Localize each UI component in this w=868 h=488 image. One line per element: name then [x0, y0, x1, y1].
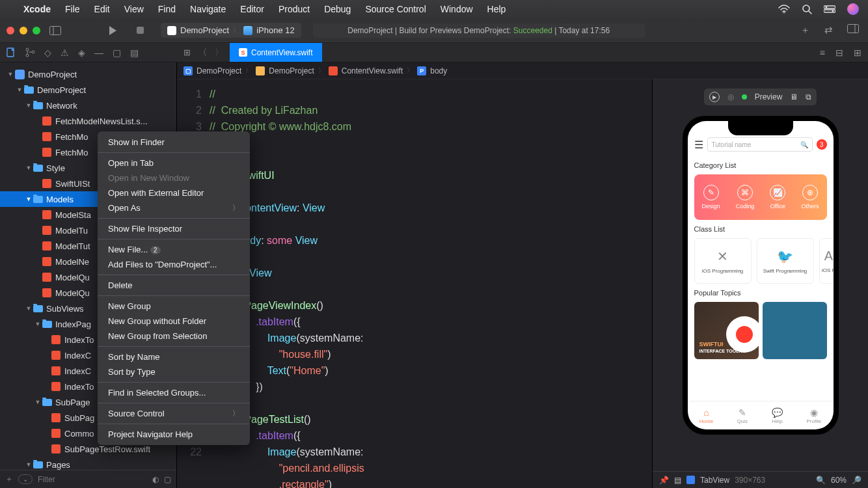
- editor-options-icon[interactable]: ≡: [820, 47, 825, 58]
- menu-navigator-help[interactable]: Project Navigator Help: [98, 427, 250, 442]
- category-card[interactable]: ✎Design ⌘Coding 📈Office ⊕Others: [694, 174, 827, 220]
- menu-new-file[interactable]: New File... 2: [98, 242, 250, 257]
- add-editor-icon[interactable]: ⊞: [854, 47, 861, 58]
- tab-home[interactable]: ⌂Home: [699, 407, 713, 424]
- menu-navigate[interactable]: Navigate: [190, 4, 226, 14]
- tree-group[interactable]: ▼DemoProject: [0, 82, 176, 98]
- menu-edit[interactable]: Edit: [94, 4, 110, 14]
- menu-product[interactable]: Product: [278, 4, 310, 14]
- menu-show-in-finder[interactable]: Show in Finder: [98, 135, 250, 150]
- debug-nav-icon[interactable]: —: [94, 47, 103, 58]
- class-card[interactable]: 🐦Swift Programming: [757, 238, 814, 284]
- code-review-icon[interactable]: ⇄: [824, 24, 833, 36]
- test-nav-icon[interactable]: ◈: [78, 47, 85, 58]
- menu-open-in-tab[interactable]: Open in Tab: [98, 156, 250, 170]
- menu-help[interactable]: Help: [487, 4, 506, 14]
- zoom-button[interactable]: [33, 27, 40, 34]
- svg-point-12: [26, 48, 29, 51]
- zoom-level[interactable]: 60%: [831, 476, 847, 485]
- device-icon[interactable]: 🖥: [790, 92, 798, 102]
- topic-card[interactable]: [763, 302, 827, 359]
- duplicate-icon[interactable]: ⧉: [806, 92, 811, 102]
- close-button[interactable]: [7, 27, 14, 34]
- related-items-icon[interactable]: ⊞: [183, 47, 191, 57]
- active-tab[interactable]: S ContentView.swift: [230, 43, 322, 62]
- topic-card[interactable]: SWIFTUIINTERFACE TOOLKIT: [694, 302, 759, 359]
- menu-open-external[interactable]: Open with External Editor: [98, 185, 250, 200]
- scm-filter-icon[interactable]: ▢: [164, 475, 171, 484]
- tab-help[interactable]: 💬Help: [772, 407, 783, 424]
- svg-point-6: [832, 10, 834, 12]
- svg-rect-9: [848, 25, 859, 33]
- search-field[interactable]: Tutorial name🔍: [707, 137, 813, 152]
- tab-quiz[interactable]: ✎Quiz: [737, 407, 748, 424]
- user-icon[interactable]: [847, 3, 859, 15]
- menu-new-group[interactable]: New Group: [98, 299, 250, 314]
- adjust-editor-icon[interactable]: ⊟: [835, 47, 843, 58]
- toggle-navigator-icon[interactable]: [49, 26, 61, 35]
- report-nav-icon[interactable]: ▤: [130, 47, 139, 58]
- menu-show-file-inspector[interactable]: Show File Inspector: [98, 221, 250, 236]
- menu-open-as[interactable]: Open As〉: [98, 200, 250, 215]
- menu-sort-by-name[interactable]: Sort by Name: [98, 349, 250, 364]
- preview-pin-icon[interactable]: ◎: [727, 92, 734, 102]
- pin-icon[interactable]: 📌: [659, 476, 669, 485]
- menu-source-control[interactable]: Source Control〉: [98, 406, 250, 421]
- activity-status: DemoProject | Build for Previews DemoPro…: [313, 23, 645, 38]
- section-heading: Popular Topics: [688, 286, 834, 299]
- property-icon: P: [417, 66, 426, 75]
- run-button[interactable]: [108, 25, 117, 36]
- app-preview[interactable]: ☰ Tutorial name🔍 3 Category List ✎Design…: [688, 121, 834, 429]
- source-control-nav-icon[interactable]: [25, 47, 35, 57]
- device-settings-icon[interactable]: ▤: [674, 476, 681, 485]
- minimize-button[interactable]: [20, 27, 27, 34]
- scheme-selector[interactable]: DemoProject 〉 iPhone 12: [161, 23, 301, 38]
- control-center-icon[interactable]: [824, 5, 835, 13]
- app-name[interactable]: Xcode: [23, 4, 51, 14]
- menu-source-control[interactable]: Source Control: [365, 4, 426, 14]
- wifi-icon[interactable]: [778, 5, 790, 14]
- toggle-inspector-icon[interactable]: [847, 24, 859, 36]
- preview-play-icon[interactable]: ▶: [709, 92, 720, 102]
- recent-filter-icon[interactable]: ◐: [152, 475, 159, 484]
- device-frame: ☰ Tutorial name🔍 3 Category List ✎Design…: [683, 116, 839, 435]
- symbol-nav-icon[interactable]: ◇: [44, 47, 51, 58]
- add-button[interactable]: ＋: [800, 24, 810, 36]
- menu-window[interactable]: Window: [441, 4, 473, 14]
- menu-delete[interactable]: Delete: [98, 278, 250, 293]
- tree-folder-network[interactable]: ▼Network: [0, 98, 176, 113]
- menu-debug[interactable]: Debug: [324, 4, 351, 14]
- spotlight-icon[interactable]: [802, 4, 812, 14]
- tree-folder-pages[interactable]: ▼Pages: [0, 457, 176, 470]
- tree-project-root[interactable]: ▼DemoProject: [0, 66, 176, 82]
- filter-scope[interactable]: ⌄: [18, 474, 33, 484]
- menu-editor[interactable]: Editor: [240, 4, 264, 14]
- menu-file[interactable]: File: [65, 4, 80, 14]
- jump-bar[interactable]: ▢DemoProject〉 DemoProject〉 ContentView.s…: [177, 62, 868, 79]
- menu-find[interactable]: Find: [158, 4, 176, 14]
- menu-view[interactable]: View: [124, 4, 144, 14]
- menu-new-group-selection[interactable]: New Group from Selection: [98, 329, 250, 344]
- menu-sort-by-type[interactable]: Sort by Type: [98, 364, 250, 379]
- tree-file[interactable]: FetchModelNewsList.s...: [0, 113, 176, 129]
- menu-find-in-groups[interactable]: Find in Selected Groups...: [98, 385, 250, 400]
- notification-badge[interactable]: 3: [817, 139, 827, 150]
- project-navigator-icon[interactable]: [7, 47, 16, 57]
- class-card[interactable]: AiOS P: [819, 238, 834, 284]
- zoom-in-icon[interactable]: 🔎: [852, 476, 861, 485]
- class-card[interactable]: ✕iOS Programming: [694, 238, 752, 284]
- menu-open-in-window: Open in New Window: [98, 170, 250, 185]
- filter-input[interactable]: [38, 475, 147, 484]
- tab-profile[interactable]: ◉Profile: [806, 407, 821, 424]
- zoom-out-icon[interactable]: 🔍: [816, 476, 826, 485]
- add-target-icon[interactable]: ＋: [5, 474, 13, 485]
- stop-button[interactable]: [137, 27, 144, 34]
- menu-add-files[interactable]: Add Files to "DemoProject"...: [98, 257, 250, 272]
- hamburger-icon[interactable]: ☰: [694, 139, 703, 151]
- find-nav-icon[interactable]: ⚠: [61, 47, 69, 58]
- window-controls: [7, 27, 40, 34]
- breakpoint-nav-icon[interactable]: ▢: [113, 47, 121, 58]
- forward-button[interactable]: 〉: [215, 47, 223, 59]
- menu-new-group-no-folder[interactable]: New Group without Folder: [98, 314, 250, 329]
- back-button[interactable]: 〈: [198, 47, 207, 59]
